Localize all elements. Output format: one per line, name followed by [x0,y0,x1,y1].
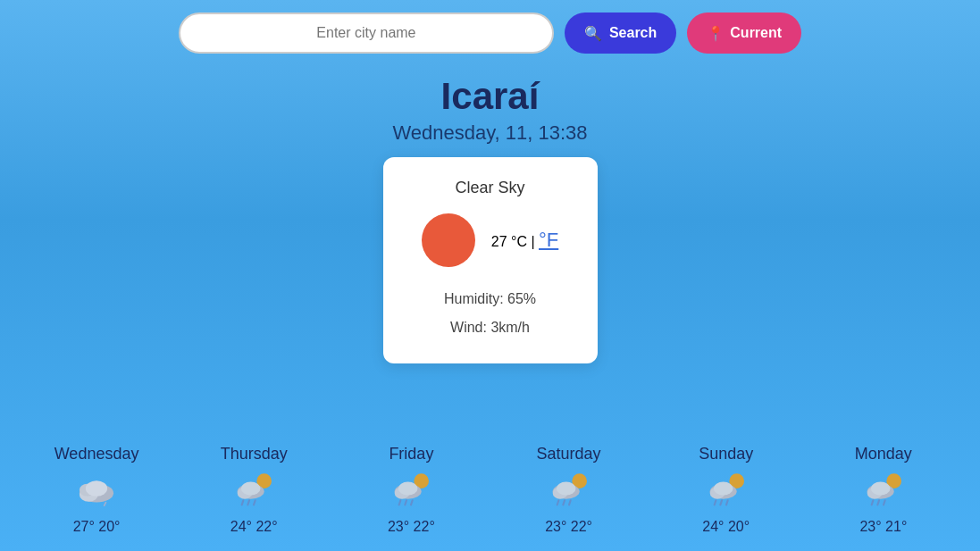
svg-line-16 [406,500,407,505]
svg-line-22 [557,500,558,505]
svg-line-37 [877,500,879,505]
forecast-day-name: Thursday [221,445,288,463]
forecast-icon-rain [860,471,907,512]
svg-line-30 [720,500,722,505]
forecast-temps: 24° 22° [230,519,278,535]
search-input[interactable] [179,13,554,54]
search-button-label: Search [609,25,657,41]
weather-details: Humidity: 65% Wind: 3km/h [410,285,571,342]
sun-icon [422,213,475,267]
forecast-day: Saturday 23° 22° [515,445,623,535]
wind: Wind: 3km/h [410,313,571,342]
temperature-row: 27 °C | °F [410,213,571,267]
svg-line-9 [248,500,250,505]
svg-point-28 [714,482,733,496]
city-name: Icaraí [0,75,980,118]
forecast-temps: 27° 20° [73,519,121,535]
forecast-day: Thursday 24° 22° [200,445,307,535]
city-date: Wednesday, 11, 13:38 [0,121,980,145]
forecast-day-name: Wednesday [54,445,139,463]
forecast-day: Monday 23° 21° [830,445,937,535]
weather-card: Clear Sky 27 °C | °F Humidity: 65% Wind:… [383,157,598,363]
current-button-label: Current [730,25,782,41]
temperature-value: 27 °C [491,234,527,249]
forecast-day-name: Monday [855,445,912,463]
forecast-day: Friday 23° 22° [357,445,465,535]
forecast-temps: 24° 20° [702,519,750,535]
forecast-icon-cloud [73,471,120,512]
svg-point-14 [398,482,418,496]
svg-line-29 [714,500,716,505]
svg-line-8 [242,500,244,505]
svg-line-31 [726,500,728,505]
forecast-day-name: Saturday [537,445,601,463]
forecast-icon-rain [703,471,750,512]
current-location-button[interactable]: 📍 Current [687,13,801,54]
svg-point-21 [556,482,575,496]
forecast-temps: 23° 22° [545,519,592,535]
svg-point-35 [871,482,891,496]
svg-point-3 [86,480,107,496]
humidity: Humidity: 65% [410,285,571,313]
forecast-icon-rain [230,471,277,512]
svg-line-36 [872,500,874,505]
forecast-day-name: Friday [389,445,433,463]
svg-line-15 [399,500,401,505]
weather-description: Clear Sky [410,179,571,197]
svg-line-17 [411,500,413,505]
temp-separator: | [531,234,539,249]
forecast-row: Wednesday 27° 20° Thursday 24° 22° [0,436,980,551]
svg-line-38 [884,500,885,505]
city-info: Icaraí Wednesday, 11, 13:38 [0,75,980,145]
forecast-temps: 23° 21° [859,519,907,535]
svg-line-24 [569,500,571,505]
temperature-display: 27 °C | °F [491,229,559,252]
search-button[interactable]: 🔍 Search [565,13,676,54]
svg-line-23 [563,500,565,505]
location-icon: 📍 [707,25,725,42]
search-icon: 🔍 [584,25,602,42]
forecast-day: Wednesday 27° 20° [43,445,150,535]
forecast-day-name: Sunday [699,445,753,463]
forecast-icon-rain [388,471,434,512]
forecast-temps: 23° 22° [388,519,435,535]
forecast-icon-rain [546,471,592,512]
svg-line-10 [254,500,255,505]
svg-point-7 [241,482,261,496]
header: 🔍 Search 📍 Current [0,0,980,66]
forecast-day: Sunday 24° 20° [673,445,780,535]
unit-toggle-link[interactable]: °F [539,229,558,251]
